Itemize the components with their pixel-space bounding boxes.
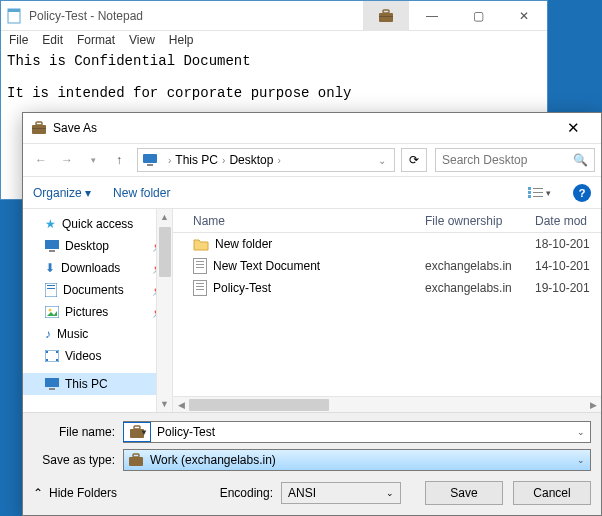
encoding-select[interactable]: ANSI⌄ — [281, 482, 401, 504]
videos-icon — [45, 350, 59, 362]
minimize-button[interactable]: — — [409, 1, 455, 31]
svg-rect-33 — [133, 454, 139, 457]
sidebar-item-pictures[interactable]: Pictures📌 — [23, 301, 172, 323]
aip-badge[interactable] — [363, 1, 409, 31]
star-icon: ★ — [45, 217, 56, 231]
dialog-bottom: File name: ▼ ⌄ Save as type: Work (excha… — [23, 412, 601, 515]
view-mode-button[interactable]: ▾ — [528, 187, 551, 199]
scroll-down-icon[interactable]: ▼ — [157, 396, 172, 412]
save-button[interactable]: Save — [425, 481, 503, 505]
briefcase-icon — [31, 121, 47, 135]
chevron-right-icon[interactable]: › — [277, 155, 280, 166]
svg-rect-7 — [32, 128, 46, 129]
svg-rect-26 — [56, 351, 58, 353]
chevron-right-icon[interactable]: › — [168, 155, 171, 166]
scroll-right-icon[interactable]: ▶ — [585, 400, 601, 410]
sidebar-item-videos[interactable]: Videos — [23, 345, 172, 367]
maximize-button[interactable]: ▢ — [455, 1, 501, 31]
dialog-toolbar: Organize ▾ New folder ▾ ? — [23, 177, 601, 209]
file-list: Name File ownership Date mod New folder … — [173, 209, 601, 412]
search-icon: 🔍 — [573, 153, 588, 167]
sidebar-item-quickaccess[interactable]: ★Quick access — [23, 213, 172, 235]
menu-file[interactable]: File — [9, 33, 28, 49]
svg-rect-11 — [533, 188, 543, 189]
svg-rect-4 — [379, 16, 393, 17]
sidebar-item-downloads[interactable]: ⬇Downloads📌 — [23, 257, 172, 279]
notepad-body[interactable]: This is Confidential Document It is inte… — [1, 51, 547, 103]
save-as-dialog: Save As ✕ ← → ▾ ↑ › This PC › Desktop › … — [22, 112, 602, 516]
chevron-down-icon[interactable]: ⌄ — [378, 155, 386, 166]
chevron-down-icon: ▼ — [140, 428, 148, 437]
crumb-desktop[interactable]: Desktop — [229, 153, 273, 167]
scroll-thumb[interactable] — [159, 227, 171, 277]
crumb-thispc[interactable]: This PC — [175, 153, 218, 167]
menu-help[interactable]: Help — [169, 33, 194, 49]
sidebar-scrollbar[interactable]: ▲ ▼ — [156, 209, 172, 412]
cancel-button[interactable]: Cancel — [513, 481, 591, 505]
svg-rect-16 — [45, 240, 59, 249]
up-button[interactable]: ↑ — [107, 148, 131, 172]
sidebar-item-desktop[interactable]: Desktop📌 — [23, 235, 172, 257]
notepad-icon — [7, 8, 23, 24]
col-ownership[interactable]: File ownership — [425, 214, 535, 228]
music-icon: ♪ — [45, 327, 51, 341]
downloads-icon: ⬇ — [45, 261, 55, 275]
col-date[interactable]: Date mod — [535, 214, 587, 228]
search-placeholder: Search Desktop — [442, 153, 527, 167]
menu-edit[interactable]: Edit — [42, 33, 63, 49]
close-icon[interactable]: ✕ — [553, 119, 593, 137]
hide-folders-button[interactable]: ⌃Hide Folders — [33, 486, 117, 500]
file-header: Name File ownership Date mod — [173, 209, 601, 233]
col-name[interactable]: Name — [193, 214, 425, 228]
chevron-up-icon: ⌃ — [33, 486, 43, 500]
menu-format[interactable]: Format — [77, 33, 115, 49]
savetype-value: Work (exchangelabs.in) — [150, 453, 276, 467]
menu-view[interactable]: View — [129, 33, 155, 49]
filename-field[interactable]: ▼ ⌄ — [123, 421, 591, 443]
sidebar-item-thispc[interactable]: This PC — [23, 373, 172, 395]
chevron-right-icon[interactable]: › — [222, 155, 225, 166]
sidebar: ★Quick access Desktop📌 ⬇Downloads📌 Docum… — [23, 209, 173, 412]
breadcrumb[interactable]: › This PC › Desktop › ⌄ — [137, 148, 395, 172]
briefcase-icon — [128, 453, 144, 467]
svg-rect-13 — [533, 192, 543, 193]
scroll-thumb[interactable] — [189, 399, 329, 411]
dialog-titlebar: Save As ✕ — [23, 113, 601, 143]
chevron-down-icon: ⌄ — [386, 488, 394, 498]
close-button[interactable]: ✕ — [501, 1, 547, 31]
file-row[interactable]: New Text Document exchangelabs.in 14-10-… — [173, 255, 601, 277]
pc-icon — [142, 153, 158, 167]
savetype-label: Save as type: — [33, 453, 123, 467]
new-folder-button[interactable]: New folder — [113, 186, 170, 200]
filename-label: File name: — [33, 425, 123, 439]
file-row[interactable]: Policy-Test exchangelabs.in 19-10-201 — [173, 277, 601, 299]
organize-menu[interactable]: Organize ▾ — [33, 186, 91, 200]
refresh-button[interactable]: ⟳ — [401, 148, 427, 172]
text-file-icon — [193, 280, 207, 296]
sidebar-item-music[interactable]: ♪Music — [23, 323, 172, 345]
back-button[interactable]: ← — [29, 148, 53, 172]
file-row[interactable]: New folder 18-10-201 — [173, 233, 601, 255]
chevron-down-icon[interactable]: ⌄ — [572, 427, 590, 437]
svg-rect-15 — [533, 196, 543, 197]
folder-icon — [193, 237, 209, 251]
help-button[interactable]: ? — [573, 184, 591, 202]
svg-rect-5 — [32, 125, 46, 134]
recent-dropdown[interactable]: ▾ — [81, 148, 105, 172]
pc-icon — [45, 378, 59, 390]
horizontal-scrollbar[interactable]: ◀ ▶ — [173, 396, 601, 412]
sensitivity-picker[interactable]: ▼ — [123, 422, 151, 442]
sidebar-item-documents[interactable]: Documents📌 — [23, 279, 172, 301]
svg-rect-1 — [8, 9, 20, 12]
svg-rect-20 — [47, 288, 55, 289]
filename-input[interactable] — [151, 422, 572, 442]
svg-point-22 — [49, 309, 52, 312]
forward-button[interactable]: → — [55, 148, 79, 172]
notepad-title: Policy-Test - Notepad — [29, 9, 143, 23]
svg-rect-6 — [36, 122, 42, 125]
scroll-up-icon[interactable]: ▲ — [157, 209, 172, 225]
search-input[interactable]: Search Desktop 🔍 — [435, 148, 595, 172]
dialog-nav: ← → ▾ ↑ › This PC › Desktop › ⌄ ⟳ Search… — [23, 143, 601, 177]
savetype-select[interactable]: Work (exchangelabs.in) ⌄ — [123, 449, 591, 471]
scroll-left-icon[interactable]: ◀ — [173, 400, 189, 410]
